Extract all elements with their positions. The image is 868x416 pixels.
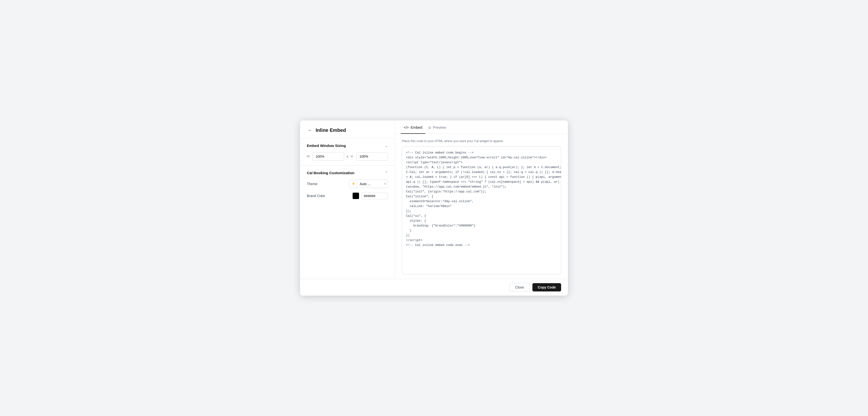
brand-color-label: Brand Color — [307, 194, 325, 198]
eye-icon: ◎ — [428, 126, 431, 130]
chevron-down-icon: ⌄ — [385, 143, 388, 148]
embed-sizing-header[interactable]: Embed Window Sizing ⌄ — [307, 143, 388, 148]
cal-booking-header[interactable]: Cal Booking Customization ⌃ — [307, 171, 388, 175]
right-content: Place this code in your HTML where you w… — [395, 134, 568, 279]
theme-row: Theme ☀ Auto ... Light Dark ▾ — [307, 179, 388, 188]
sun-icon: ☀ — [349, 180, 358, 188]
tab-embed[interactable]: </> Embed — [401, 120, 425, 134]
left-header: ← Inline Embed — [300, 120, 395, 138]
code-textarea[interactable] — [402, 146, 561, 251]
x-separator: x — [347, 154, 348, 159]
copy-code-button[interactable]: Copy Code — [532, 283, 561, 291]
tab-preview-label: Preview — [433, 125, 446, 130]
color-row — [352, 193, 388, 199]
instruction-text: Place this code in your HTML where you w… — [402, 139, 561, 143]
sizing-row: W x H — [307, 152, 388, 161]
tab-bar: </> Embed ◎ Preview — [395, 120, 568, 134]
cal-booking-title: Cal Booking Customization — [307, 171, 354, 175]
height-prefix-label: H — [351, 155, 354, 158]
tab-embed-label: Embed — [411, 125, 422, 130]
embed-sizing-title: Embed Window Sizing — [307, 143, 346, 148]
theme-chevron-icon: ▾ — [382, 180, 388, 187]
modal-body: ← Inline Embed Embed Window Sizing ⌄ W x… — [300, 120, 568, 279]
brand-color-row: Brand Color — [307, 193, 388, 199]
back-button[interactable]: ← — [307, 127, 313, 133]
tab-preview[interactable]: ◎ Preview — [425, 120, 449, 134]
theme-label: Theme — [307, 182, 318, 186]
inline-embed-modal: ← Inline Embed Embed Window Sizing ⌄ W x… — [300, 120, 568, 296]
right-panel: </> Embed ◎ Preview Place this code in y… — [395, 120, 568, 279]
brand-color-input[interactable] — [361, 193, 388, 199]
page-title: Inline Embed — [316, 128, 346, 133]
close-button[interactable]: Close — [509, 283, 529, 292]
sizing-fields: W x H — [307, 152, 388, 161]
cal-booking-section: Cal Booking Customization ⌃ Theme ☀ Auto… — [300, 166, 395, 208]
code-area-wrap — [402, 146, 561, 274]
code-icon: </> — [404, 126, 409, 130]
embed-window-sizing-section: Embed Window Sizing ⌄ W x H — [300, 138, 395, 166]
theme-select[interactable]: Auto ... Light Dark — [358, 180, 382, 187]
width-prefix-label: W — [307, 155, 310, 158]
left-panel: ← Inline Embed Embed Window Sizing ⌄ W x… — [300, 120, 395, 279]
chevron-up-icon: ⌃ — [385, 171, 388, 175]
color-swatch[interactable] — [352, 193, 359, 199]
modal-footer: Close Copy Code — [300, 279, 568, 296]
height-input[interactable] — [356, 152, 388, 161]
width-input[interactable] — [312, 152, 344, 161]
theme-select-wrap[interactable]: ☀ Auto ... Light Dark ▾ — [349, 179, 388, 188]
